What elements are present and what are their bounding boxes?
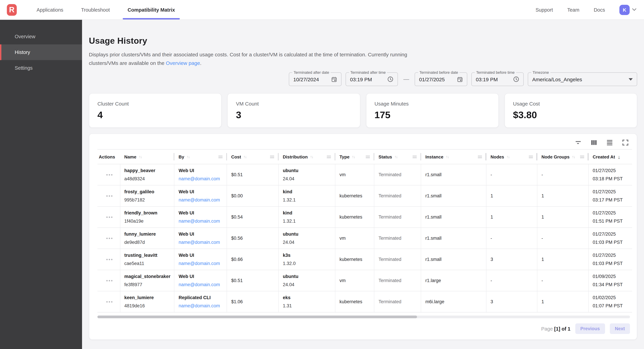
sort-icon[interactable]: ↑↓ — [244, 155, 246, 159]
node-groups-value: - — [542, 172, 586, 177]
sort-icon[interactable]: ↑↓ — [310, 155, 313, 159]
calendar-icon[interactable] — [457, 76, 463, 82]
distribution-cell: k3s 1.32.0 — [279, 249, 336, 270]
sort-icon[interactable]: ↑↓ — [446, 155, 449, 159]
cluster-id: fe3f8977 — [124, 282, 172, 287]
fullscreen-icon[interactable] — [622, 139, 628, 146]
distribution-name: k3s — [283, 253, 332, 258]
status-cell: Terminated — [374, 270, 421, 291]
created-by-email-link[interactable]: name@domain.com — [178, 176, 224, 181]
nav-item-troubleshoot[interactable]: Troubleshoot — [79, 0, 112, 19]
row-actions-button[interactable] — [104, 278, 114, 283]
distribution-name: ubuntu — [283, 232, 332, 237]
terminated-before-date-field[interactable]: Terminated before date 01/27/2025 — [415, 72, 467, 86]
next-page-button[interactable]: Next — [610, 323, 630, 334]
row-actions-button[interactable] — [104, 214, 114, 220]
created-at-cell: 01/27/2025 03:18 PM PST — [588, 164, 632, 185]
distribution-cell: ubuntu 24.04 — [279, 228, 336, 249]
nav-item-applications[interactable]: Applications — [34, 0, 65, 19]
column-header-node-groups[interactable]: Node Groups↑↓ — [537, 150, 588, 164]
type-cell: kubernetes — [335, 249, 374, 270]
clock-icon[interactable] — [387, 76, 394, 82]
sort-icon[interactable]: ↑↓ — [572, 155, 575, 159]
table-row: frosty_galileo 995b7182 Web UI name@doma… — [98, 185, 632, 207]
sort-icon[interactable]: ↑↓ — [187, 155, 190, 159]
row-actions-button[interactable] — [104, 257, 114, 262]
nav-link-support[interactable]: Support — [536, 7, 553, 12]
column-header-by[interactable]: By↑↓ — [174, 150, 227, 164]
column-header-nodes[interactable]: Nodes↑↓ — [486, 150, 537, 164]
column-menu-icon[interactable] — [218, 156, 223, 158]
density-icon[interactable] — [606, 139, 613, 146]
sidebar-item-history[interactable]: History — [0, 44, 82, 60]
column-menu-icon[interactable] — [580, 156, 584, 158]
created-by-email-link[interactable]: name@domain.com — [178, 282, 224, 287]
column-header-created-at[interactable]: Created At↓ — [588, 150, 632, 164]
clock-icon[interactable] — [513, 76, 519, 82]
column-menu-icon[interactable] — [529, 156, 533, 158]
created-at-cell: 01/27/2025 01:03 PM PST — [588, 249, 632, 270]
column-header-cost[interactable]: Cost↑↓ — [227, 150, 279, 164]
brand-logo[interactable]: R — [7, 4, 17, 15]
column-menu-icon[interactable] — [270, 156, 274, 158]
status-badge: Terminated — [378, 299, 418, 304]
column-menu-icon[interactable] — [327, 156, 331, 158]
created-by-email-link[interactable]: name@domain.com — [178, 197, 224, 203]
created-by-email-link[interactable]: name@domain.com — [178, 219, 224, 224]
table-row: funny_lumiere de9ed87d Web UI name@domai… — [98, 228, 632, 249]
table-toolbar — [89, 134, 637, 149]
column-header-type[interactable]: Type↑↓ — [335, 150, 374, 164]
created-by-email-link[interactable]: name@domain.com — [178, 240, 224, 245]
sort-icon[interactable]: ↑↓ — [506, 155, 509, 159]
created-by-email-link[interactable]: name@domain.com — [178, 303, 224, 308]
row-actions-button[interactable] — [104, 193, 114, 199]
column-header-distribution[interactable]: Distribution↑↓ — [279, 150, 336, 164]
overview-page-link[interactable]: Overview page — [166, 60, 200, 66]
terminated-after-time-field[interactable]: Terminated after time 03:19 PM — [346, 72, 398, 86]
previous-page-button[interactable]: Previous — [575, 323, 605, 334]
filter-icon[interactable] — [575, 139, 582, 146]
cost-cell: $0.51 — [227, 164, 279, 185]
sort-icon[interactable]: ↑↓ — [139, 155, 142, 159]
active-item-accent-bar — [0, 44, 1, 60]
column-menu-icon[interactable] — [478, 156, 482, 158]
nav-link-team[interactable]: Team — [567, 7, 580, 12]
horizontal-scrollbar-track[interactable] — [98, 316, 630, 318]
sort-desc-icon[interactable]: ↓ — [618, 154, 620, 160]
distribution-cell: ubuntu 24.04 — [279, 164, 336, 185]
column-menu-icon[interactable] — [413, 156, 417, 158]
horizontal-scrollbar-thumb[interactable] — [98, 316, 417, 318]
stat-card-cluster-count: Cluster Count 4 — [89, 93, 222, 128]
status-cell: Terminated — [374, 228, 421, 249]
created-by-source: Web UI — [178, 274, 224, 279]
calendar-icon[interactable] — [331, 76, 337, 82]
status-cell: Terminated — [374, 291, 421, 312]
nodes-value: 3 — [490, 257, 534, 262]
sort-icon[interactable]: ↑↓ — [352, 155, 355, 159]
terminated-after-date-field[interactable]: Terminated after date 10/27/2024 — [289, 72, 342, 86]
created-by-email-link[interactable]: name@domain.com — [178, 261, 224, 266]
column-menu-icon[interactable] — [366, 156, 370, 158]
timezone-select[interactable]: Timezone America/Los_Angeles — [528, 72, 637, 86]
account-menu[interactable]: K — [620, 4, 636, 15]
nav-item-compatibility-matrix[interactable]: Compatibility Matrix — [126, 0, 177, 19]
nodes-value: 3 — [490, 299, 534, 304]
row-actions-button[interactable] — [104, 299, 114, 305]
nav-link-docs[interactable]: Docs — [594, 7, 605, 12]
terminated-before-time-field[interactable]: Terminated before time 03:19 PM — [472, 72, 524, 86]
name-cell: happy_beaver a48d9324 — [120, 164, 174, 185]
type-cell: kubernetes — [335, 291, 374, 312]
nodes-value: 1 — [490, 193, 534, 198]
instance-cell: r1.small — [421, 249, 486, 270]
column-header-name[interactable]: Name↑↓ — [120, 150, 174, 164]
row-actions-button[interactable] — [104, 172, 114, 177]
sidebar-item-overview[interactable]: Overview — [0, 29, 82, 44]
sidebar-item-settings[interactable]: Settings — [0, 60, 82, 76]
node-groups-value: 1 — [542, 299, 586, 304]
distribution-version: 24.04 — [283, 176, 332, 181]
column-header-status[interactable]: Status↑↓ — [374, 150, 421, 164]
column-header-instance[interactable]: Instance↑↓ — [421, 150, 486, 164]
columns-icon[interactable] — [591, 139, 597, 146]
row-actions-button[interactable] — [104, 235, 114, 241]
sort-icon[interactable]: ↑↓ — [394, 155, 397, 159]
